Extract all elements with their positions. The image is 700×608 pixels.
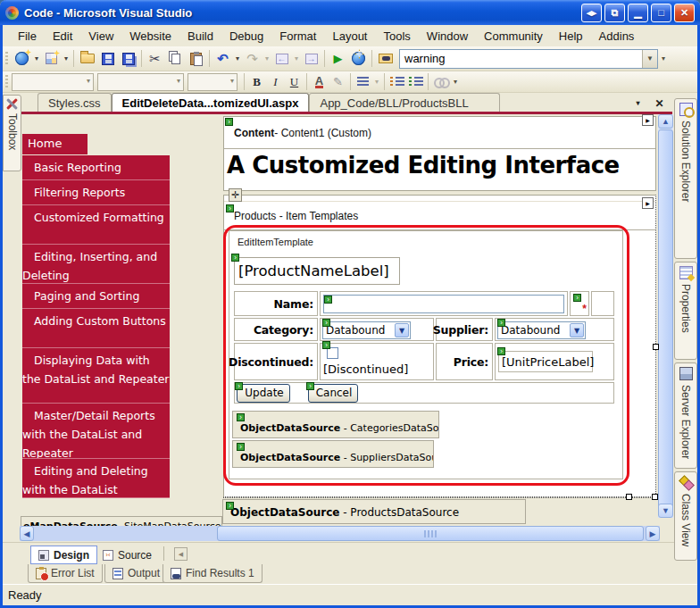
highlight-icon[interactable]: ✎ (329, 72, 347, 91)
tab-design-view[interactable]: Design (30, 546, 97, 564)
align-left-icon[interactable] (354, 72, 372, 91)
vertical-scrollbar-thumb[interactable] (658, 129, 673, 512)
products-smart-tag-button[interactable] (642, 197, 654, 209)
new-website-icon[interactable] (12, 49, 32, 69)
supplier-dropdown-arrow-icon[interactable]: ▼ (570, 323, 584, 337)
copy-icon[interactable] (165, 49, 186, 69)
horizontal-scrollbar-thumb[interactable] (217, 526, 644, 541)
vertical-scrollbar[interactable]: ▲ ▼ (658, 114, 673, 518)
products-datasource-control[interactable]: ObjectDataSource - ProductsDataSource (222, 499, 526, 524)
nav-item-displaying-data[interactable]: Displaying Data with the DataList and Re… (22, 348, 170, 404)
menu-layout[interactable]: Layout (324, 26, 375, 46)
class-view-tab[interactable]: Class View (674, 471, 697, 561)
nav-item-customized-formatting[interactable]: Customized Formatting (22, 205, 170, 245)
selection-handle[interactable] (652, 494, 658, 500)
cut-icon[interactable]: ✂ (145, 49, 165, 69)
close-button[interactable]: ✕ (674, 4, 695, 22)
italic-icon[interactable]: I (266, 72, 285, 91)
move-handle-icon[interactable]: ✛ (229, 188, 242, 202)
menu-window[interactable]: Window (419, 26, 476, 46)
navigate-forward-icon[interactable]: → (301, 49, 321, 69)
menu-help[interactable]: Help (551, 26, 591, 46)
scroll-left-icon[interactable]: ◀ (20, 526, 34, 541)
menu-community[interactable]: Community (476, 26, 551, 46)
scroll-up-icon[interactable]: ▲ (658, 114, 673, 129)
redo-icon[interactable]: ↷ (242, 49, 262, 69)
nav-item-editing-inserting-deleting[interactable]: Editing, Inserting, and Deleting (22, 245, 170, 284)
title-bar[interactable]: Code - Microsoft Visual Studio ◂▸ ⧉ ▁ □ … (0, 0, 700, 25)
tab-products-bll[interactable]: App_Code/BLL/ProductsBLL (309, 93, 499, 112)
close-document-icon[interactable]: ✕ (653, 96, 666, 110)
minimize-button[interactable]: ▁ (628, 4, 648, 22)
nav-item-filtering-reports[interactable]: Filtering Reports (22, 180, 170, 205)
font-color-icon[interactable]: A (315, 76, 323, 88)
font-name-combobox[interactable] (97, 73, 184, 91)
menu-build[interactable]: Build (179, 26, 221, 46)
menu-debug[interactable]: Debug (221, 26, 271, 46)
tab-editdeletedata-aspx[interactable]: EditDeleteData...tomizedUI.aspx (112, 93, 310, 112)
menu-edit[interactable]: Edit (45, 26, 80, 46)
content-control[interactable]: Content - Content1 (Custom) A Customized… (223, 116, 656, 191)
content-control-header[interactable]: Content - Content1 (Custom) (224, 117, 655, 149)
suppliers-datasource-control[interactable]: ObjectDataSource - SuppliersDataSource (232, 440, 434, 468)
start-debugging-icon[interactable]: ▶ (328, 49, 348, 69)
view-in-browser-icon[interactable] (348, 49, 369, 69)
bullet-list-icon[interactable] (388, 72, 406, 91)
menu-tools[interactable]: Tools (376, 26, 419, 46)
underline-icon[interactable]: U (285, 72, 304, 91)
maximize-button[interactable]: □ (651, 4, 671, 22)
open-file-icon[interactable] (77, 49, 97, 69)
toolbar-overflow-icon[interactable]: ▾ (450, 72, 461, 92)
nav-item-basic-reporting[interactable]: Basic Reporting (22, 155, 170, 180)
product-name-textbox[interactable] (323, 295, 564, 313)
toolbar-grip[interactable] (5, 75, 8, 89)
find-in-files-icon[interactable] (375, 49, 396, 69)
find-combobox[interactable]: warning ▼ (399, 49, 658, 69)
navigate-backward-icon[interactable]: ← (271, 49, 292, 69)
update-button[interactable]: Update (237, 384, 290, 403)
font-size-combobox[interactable] (188, 73, 238, 91)
save-icon[interactable] (97, 49, 118, 69)
save-all-icon[interactable] (118, 49, 138, 69)
nav-item-master-detail[interactable]: Master/Detail Reports with the DataList … (22, 404, 170, 459)
paste-icon[interactable] (186, 49, 206, 69)
category-dropdownlist[interactable]: Databound ▼ (322, 321, 411, 339)
switch-monitor-button[interactable]: ◂▸ (581, 4, 602, 22)
selection-handle[interactable] (626, 494, 632, 500)
menu-file[interactable]: File (10, 26, 45, 46)
menu-view[interactable]: View (80, 26, 121, 46)
products-header[interactable]: Products - Item Templates (224, 201, 655, 230)
supplier-dropdownlist[interactable]: Databound ▼ (497, 321, 586, 339)
toolbar-overflow-icon[interactable]: ▾ (658, 49, 669, 69)
unit-price-label-control[interactable]: [UnitPriceLabel] (498, 351, 593, 372)
align-dropdown-icon[interactable]: ▾ (372, 72, 381, 92)
selection-handle[interactable] (653, 344, 659, 350)
nav-item-editing-deleting-datalist[interactable]: Editing and Deleting with the DataList (22, 459, 170, 498)
nav-item-adding-custom-buttons[interactable]: Adding Custom Buttons (22, 309, 170, 348)
server-explorer-tab[interactable]: Server Explorer (674, 362, 697, 469)
tab-source-view[interactable]: Source (96, 546, 159, 564)
tab-styles-css[interactable]: Styles.css (38, 93, 112, 112)
content-smart-tag-button[interactable] (642, 114, 654, 126)
menu-website[interactable]: Website (121, 26, 179, 46)
tab-list-dropdown-icon[interactable]: ▾ (631, 96, 645, 110)
scroll-right-icon[interactable]: ▶ (646, 526, 660, 541)
add-new-item-icon[interactable] (41, 49, 62, 69)
numbered-list-icon[interactable] (406, 72, 425, 91)
tab-error-list[interactable]: Error List (28, 564, 103, 583)
new-website-dropdown-icon[interactable]: ▾ (32, 49, 41, 69)
tab-find-results[interactable]: Find Results 1 (162, 564, 262, 583)
cancel-button[interactable]: Cancel (308, 384, 358, 403)
detach-window-button[interactable]: ⧉ (604, 4, 625, 22)
tab-output[interactable]: Output (104, 564, 168, 583)
undo-icon[interactable]: ↶ (212, 49, 233, 69)
scroll-down-icon[interactable]: ▼ (658, 504, 673, 518)
tab-scroll-left-icon[interactable]: ◀ (174, 547, 188, 561)
nav-item-home[interactable]: Home (22, 134, 88, 154)
solution-explorer-tab[interactable]: Solution Explorer (674, 98, 697, 259)
undo-dropdown-icon[interactable]: ▾ (233, 49, 242, 69)
menu-addins[interactable]: Addins (591, 26, 643, 46)
horizontal-scrollbar[interactable]: ◀ ▶ (20, 526, 660, 541)
toolbox-tab[interactable]: Toolbox (3, 95, 21, 171)
nav-item-paging-sorting[interactable]: Paging and Sorting (22, 284, 170, 309)
